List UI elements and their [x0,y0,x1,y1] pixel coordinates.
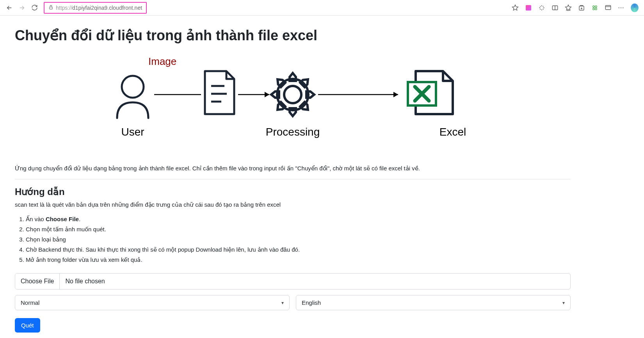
app-icon[interactable] [604,4,612,12]
diagram-user-label: User [109,126,156,138]
excel-file-icon [408,71,453,114]
back-button[interactable] [3,2,16,14]
svg-point-6 [595,8,597,10]
choose-file-button[interactable]: Choose File [15,274,60,289]
address-bar[interactable]: https://d1piyfai2qina9.cloudfront.net [44,2,147,14]
svg-marker-18 [393,92,398,97]
forward-button[interactable] [16,2,28,14]
url-protocol: https:// [56,5,72,11]
page-content: Chuyển đổi dữ liệu trong ảnh thành file … [0,16,585,338]
svg-point-15 [284,86,301,103]
scan-button[interactable]: Quét [15,318,40,333]
url-host: d1piyfai2qina9.cloudfront.net [72,5,142,11]
lock-icon [48,4,53,11]
file-input-status: No file chosen [60,274,570,289]
extension-icon[interactable] [591,4,599,12]
step-2: Chọn một tấm ảnh muốn quét. [26,225,571,234]
page-title: Chuyển đổi dữ liệu trong ảnh thành file … [15,27,571,44]
browser-toolbar: https://d1piyfai2qina9.cloudfront.net ⋯ [0,0,644,16]
mode-select-value: Normal [21,299,39,306]
page-description: Ứng dụng chuyển đổi dữ liệu dạng bảng tr… [15,165,571,172]
svg-rect-7 [605,5,611,10]
more-icon[interactable]: ⋯ [617,4,625,12]
sparkle-icon[interactable] [538,4,546,12]
step-5: Mở ảnh trong folder vừa lưu và xem kết q… [26,255,571,265]
diagram-processing-label: Processing [263,126,322,138]
svg-point-16 [277,79,308,110]
guide-subdesc: scan text là là quét văn bản dựa trên nh… [15,201,571,208]
collections-icon[interactable] [578,4,585,12]
browser-right-icons: ⋯ [511,4,641,12]
split-screen-icon[interactable] [551,4,559,12]
chevron-down-icon: ▾ [562,300,565,306]
step-4: Chờ Backend thực thi. Sau khi thực thi x… [26,245,571,254]
language-select-value: English [302,299,321,306]
step-3: Chọn loại bảng [26,235,571,244]
svg-rect-0 [50,7,53,9]
svg-marker-14 [265,92,269,97]
diagram-excel-label: Excel [433,126,472,138]
mode-select[interactable]: Normal ▾ [15,295,290,310]
favorites-list-icon[interactable] [564,4,572,12]
file-input[interactable]: Choose File No file chosen [15,273,571,290]
guide-steps: Ấn vào Choose File. Chọn một tấm ảnh muố… [15,215,571,265]
svg-point-4 [595,5,597,7]
copilot-icon[interactable] [631,4,639,12]
file-icon [205,71,234,114]
chevron-down-icon: ▾ [281,300,284,306]
gear-icon [271,73,314,116]
favorite-icon[interactable] [511,4,519,12]
diagram-image-label: Image [148,55,176,68]
color-extension-icon[interactable] [525,4,532,12]
user-icon [117,76,148,118]
step-1: Ấn vào Choose File. [26,215,571,224]
workflow-diagram: Image [98,55,488,149]
svg-point-3 [593,5,595,7]
selects-row: Normal ▾ English ▾ [15,295,571,310]
refresh-button[interactable] [28,2,41,14]
svg-point-8 [122,76,144,98]
divider [15,179,571,179]
language-select[interactable]: English ▾ [296,295,571,310]
svg-point-5 [593,8,595,10]
guide-title: Hướng dẫn [15,186,571,197]
